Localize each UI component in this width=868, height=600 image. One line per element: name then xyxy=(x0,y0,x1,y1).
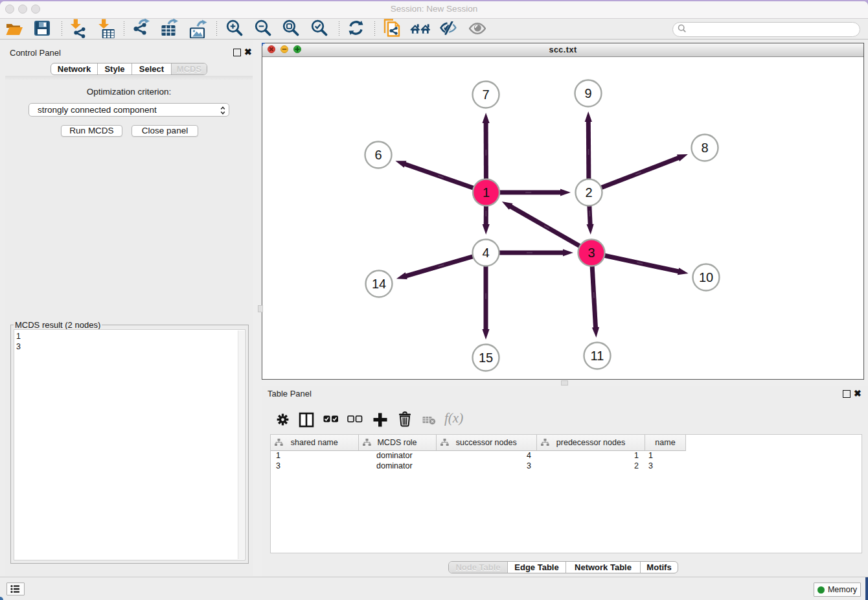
svg-text:11: 11 xyxy=(591,349,604,363)
svg-text:8: 8 xyxy=(701,141,708,155)
svg-text:4: 4 xyxy=(482,246,489,260)
svg-text:1: 1 xyxy=(483,185,490,200)
svg-text:10: 10 xyxy=(699,270,713,284)
svg-text:7: 7 xyxy=(482,87,489,102)
svg-text:6: 6 xyxy=(374,148,382,162)
svg-text:15: 15 xyxy=(479,351,493,365)
svg-text:2: 2 xyxy=(585,185,592,200)
svg-text:3: 3 xyxy=(588,246,595,260)
svg-text:14: 14 xyxy=(372,277,386,291)
svg-text:9: 9 xyxy=(584,86,591,100)
